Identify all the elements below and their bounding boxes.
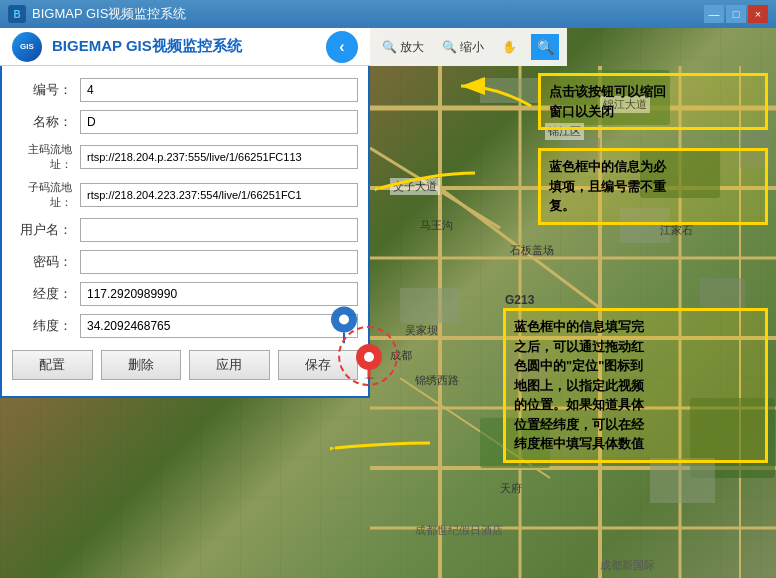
label-username: 用户名： xyxy=(12,221,80,239)
input-password[interactable] xyxy=(80,250,358,274)
search-icon: 🔍 xyxy=(537,39,554,55)
input-longitude[interactable] xyxy=(80,282,358,306)
field-row-sub-stream: 子码流地址： xyxy=(2,176,368,214)
map-label-tianfu: 天府 xyxy=(500,481,522,496)
map-label-hotel: 成都世纪假日酒店 xyxy=(415,523,503,538)
map-label-newintl: 成都新国际 xyxy=(600,558,655,573)
svg-point-28 xyxy=(339,315,349,325)
label-name: 名称： xyxy=(12,113,80,131)
title-bar-text: BIGMAP GIS视频监控系统 xyxy=(32,5,186,23)
header-panel: GIS BIGEMAP GIS视频监控系统 ‹ xyxy=(0,28,370,66)
title-bar: B BIGMAP GIS视频监控系统 — □ × xyxy=(0,0,776,28)
annotation-required-fields: 蓝色框中的信息为必填项，且编号需不重复。 xyxy=(538,148,768,225)
label-latitude: 纬度： xyxy=(12,317,80,335)
app-icon: B xyxy=(8,5,26,23)
map-label-jiaoziavenue: 交子大道 xyxy=(390,178,440,195)
map-label-wujiaba: 吴家坝 xyxy=(405,323,438,338)
input-latitude[interactable] xyxy=(80,314,358,338)
field-row-id: 编号： xyxy=(2,74,368,106)
annotation-back-button: 点击该按钮可以缩回窗口以关闭 xyxy=(538,73,768,130)
map-label-mawanggou: 马王沟 xyxy=(420,218,453,233)
map-label-jiangjiashi: 江家石 xyxy=(660,223,693,238)
annotation-back-text: 点击该按钮可以缩回窗口以关闭 xyxy=(549,84,666,119)
input-name[interactable] xyxy=(80,110,358,134)
pan-icon: ✋ xyxy=(502,40,517,54)
annotation-required-text: 蓝色框中的信息为必填项，且编号需不重复。 xyxy=(549,159,666,213)
svg-point-31 xyxy=(364,352,374,362)
input-main-stream[interactable] xyxy=(80,145,358,169)
map-marker[interactable] xyxy=(355,343,383,382)
zoom-out-icon: 🔍 xyxy=(442,40,457,54)
label-sub-stream: 子码流地址： xyxy=(12,180,80,210)
config-button[interactable]: 配置 xyxy=(12,350,93,380)
zoom-out-button[interactable]: 🔍 缩小 xyxy=(438,37,488,58)
action-buttons-row: 配置 删除 应用 保存 xyxy=(2,342,368,388)
logo-text: GIS xyxy=(20,42,34,51)
label-longitude: 经度： xyxy=(12,285,80,303)
input-sub-stream[interactable] xyxy=(80,183,358,207)
map-label-shibangaichang: 石板盖场 xyxy=(510,243,554,258)
input-id[interactable] xyxy=(80,78,358,102)
window-controls: — □ × xyxy=(704,5,768,23)
form-panel: 编号： 名称： 主码流地址： 子码流地址： 用户名： 密码： xyxy=(0,66,370,398)
zoom-in-label: 放大 xyxy=(400,39,424,56)
map-label-g213: G213 xyxy=(505,293,534,307)
field-row-main-stream: 主码流地址： xyxy=(2,138,368,176)
main-area: 锦江大道 锦江区 交子大道 马王沟 石板盖场 江家石 G213 吴家坝 成都 锦… xyxy=(0,28,776,578)
zoom-in-icon: 🔍 xyxy=(382,40,397,54)
svg-point-30 xyxy=(364,377,374,379)
field-row-latitude: 纬度： xyxy=(2,310,368,342)
map-label-jinxiuxilu: 锦绣西路 xyxy=(415,373,459,388)
zoom-in-button[interactable]: 🔍 放大 xyxy=(378,37,428,58)
label-password: 密码： xyxy=(12,253,80,271)
zoom-out-label: 缩小 xyxy=(460,39,484,56)
apply-button[interactable]: 应用 xyxy=(189,350,270,380)
annotation-drag-pin: 蓝色框中的信息填写完之后，可以通过拖动红色圆中的"定位"图标到地图上，以指定此视… xyxy=(503,308,768,463)
field-row-password: 密码： xyxy=(2,246,368,278)
input-username[interactable] xyxy=(80,218,358,242)
header-title: BIGEMAP GIS视频监控系统 xyxy=(52,37,242,56)
maximize-button[interactable]: □ xyxy=(726,5,746,23)
field-row-name: 名称： xyxy=(2,106,368,138)
minimize-button[interactable]: — xyxy=(704,5,724,23)
delete-button[interactable]: 删除 xyxy=(101,350,182,380)
search-button[interactable]: 🔍 xyxy=(531,34,559,60)
close-button[interactable]: × xyxy=(748,5,768,23)
field-row-username: 用户名： xyxy=(2,214,368,246)
field-row-longitude: 经度： xyxy=(2,278,368,310)
pan-button[interactable]: ✋ xyxy=(498,38,521,56)
label-id: 编号： xyxy=(12,81,80,99)
toolbar: 🔍 放大 🔍 缩小 ✋ 🔍 xyxy=(370,28,567,66)
annotation-drag-text: 蓝色框中的信息填写完之后，可以通过拖动红色圆中的"定位"图标到地图上，以指定此视… xyxy=(514,319,644,451)
back-button[interactable]: ‹ xyxy=(326,31,358,63)
app-logo: GIS xyxy=(12,32,42,62)
label-main-stream: 主码流地址： xyxy=(12,142,80,172)
